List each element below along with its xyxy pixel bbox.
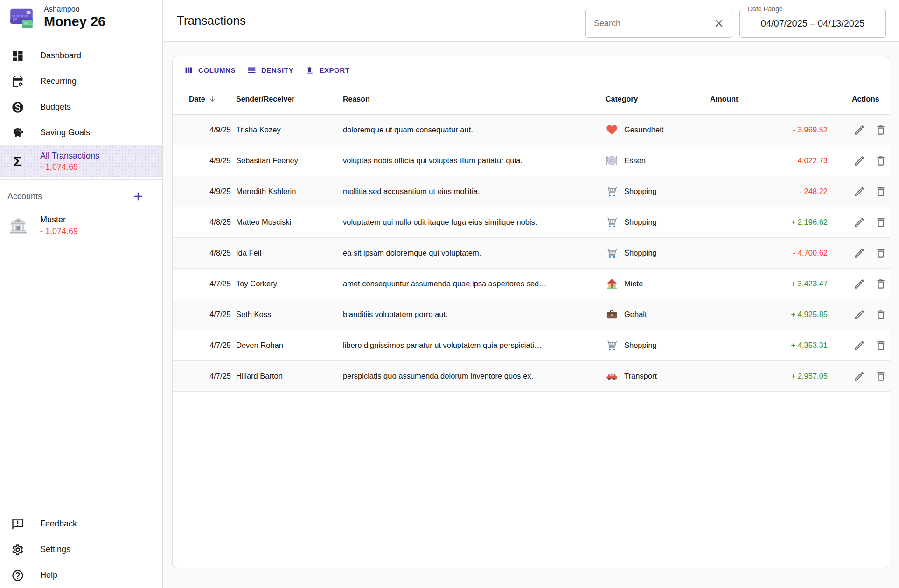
category-label: Shopping: [624, 187, 657, 196]
arrow-down-icon[interactable]: [208, 95, 217, 104]
product-name: Money 26: [44, 14, 105, 29]
add-account-button[interactable]: [132, 190, 145, 203]
cell-actions: [828, 307, 890, 322]
table-row[interactable]: 4/8/25Ida Feilea sit ipsam doloremque qu…: [173, 238, 890, 269]
accounts-title: Accounts: [7, 192, 42, 201]
sidebar-item-all-transactions[interactable]: Σ All Transactions - 1,074.69: [0, 145, 162, 177]
column-header-category[interactable]: Category: [606, 95, 710, 104]
delete-icon: [875, 370, 887, 382]
table-row[interactable]: 4/7/25Toy Corkeryamet consequuntur assum…: [173, 269, 890, 299]
delete-button[interactable]: [873, 215, 888, 230]
category-icon: [606, 154, 618, 167]
sigma-icon: Σ: [11, 153, 24, 169]
table-row[interactable]: 4/8/25Matteo Mosciskivoluptatem qui null…: [173, 207, 890, 238]
sidebar-nav: Dashboard Recurring Budgets Saving Goals…: [0, 43, 162, 180]
sidebar-item-dashboard[interactable]: Dashboard: [0, 43, 162, 69]
table-row[interactable]: 4/9/25Sebastian Feeneyvoluptas nobis off…: [173, 145, 890, 176]
sidebar-item-settings[interactable]: Settings: [0, 537, 162, 562]
cell-sender: Trisha Kozey: [231, 125, 343, 134]
table-row[interactable]: 4/7/25Hillard Bartonperspiciatis quo ass…: [173, 361, 890, 392]
cell-category: Essen: [606, 154, 710, 167]
category-icon: [606, 124, 618, 136]
delete-button[interactable]: [873, 123, 888, 138]
cell-sender: Toy Corkery: [231, 279, 343, 288]
cell-date: 4/9/25: [189, 187, 231, 196]
table-row[interactable]: 4/7/25Seth Kossblanditiis voluptatem por…: [173, 299, 890, 330]
sidebar-item-label: Help: [40, 570, 57, 580]
table-row[interactable]: 4/9/25Trisha Kozeydoloremque ut quam con…: [173, 115, 890, 145]
delete-icon: [875, 247, 887, 259]
cell-actions: [828, 369, 890, 384]
cell-date: 4/7/25: [189, 341, 231, 350]
sidebar-item-saving-goals[interactable]: Saving Goals: [0, 120, 162, 145]
category-icon: [606, 247, 618, 259]
edit-button[interactable]: [852, 246, 867, 261]
cell-date: 4/9/25: [189, 156, 231, 165]
edit-button[interactable]: [852, 215, 867, 230]
cell-date: 4/8/25: [189, 249, 231, 257]
sidebar-item-recurring[interactable]: Recurring: [0, 69, 162, 94]
export-button-label: EXPORT: [319, 66, 349, 74]
delete-icon: [875, 155, 887, 167]
cell-sender: Ida Feil: [231, 249, 343, 257]
column-header-reason[interactable]: Reason: [343, 95, 606, 104]
cell-category: Shopping: [606, 185, 710, 198]
edit-icon: [853, 216, 865, 228]
date-range-field[interactable]: Date Range 04/07/2025 – 04/13/2025: [739, 9, 886, 38]
delete-button[interactable]: [873, 369, 888, 384]
edit-button[interactable]: [852, 338, 867, 353]
column-header-sender[interactable]: Sender/Receiver: [231, 95, 343, 104]
delete-button[interactable]: [873, 307, 888, 322]
account-item-muster[interactable]: $ Muster - 1,074.69: [0, 207, 162, 242]
delete-button[interactable]: [873, 184, 888, 199]
cell-sender: Matteo Mosciski: [231, 218, 343, 227]
edit-button[interactable]: [852, 277, 867, 291]
all-transactions-balance: - 1,074.69: [40, 162, 99, 172]
close-icon[interactable]: [713, 17, 725, 29]
search-input[interactable]: [586, 19, 713, 28]
table-row[interactable]: 4/9/25Meredith Kshlerinmollitia sed accu…: [173, 176, 890, 207]
column-header-date[interactable]: Date: [189, 95, 231, 104]
cell-amount: + 2,957.05: [710, 372, 828, 380]
cell-amount: - 4,700.62: [710, 249, 828, 257]
account-name: Muster: [40, 215, 78, 225]
delete-button[interactable]: [873, 153, 888, 168]
cell-reason: libero dignissimos pariatur ut voluptate…: [343, 341, 606, 350]
category-label: Shopping: [624, 218, 657, 227]
table-row[interactable]: 4/7/25Deven Rohanlibero dignissimos pari…: [173, 330, 890, 361]
sidebar-item-feedback[interactable]: Feedback: [0, 511, 162, 537]
sidebar-item-label: Dashboard: [40, 51, 81, 61]
edit-button[interactable]: [852, 369, 867, 384]
delete-button[interactable]: [873, 277, 888, 291]
edit-button[interactable]: [852, 307, 867, 322]
edit-icon: [853, 155, 865, 167]
cell-reason: voluptas nobis officia qui voluptas illu…: [343, 156, 606, 165]
column-header-amount[interactable]: Amount: [710, 95, 828, 104]
sidebar-item-label: Saving Goals: [40, 128, 90, 138]
edit-button[interactable]: [852, 123, 867, 138]
sidebar-item-label: Settings: [40, 545, 70, 554]
delete-button[interactable]: [873, 246, 888, 261]
cell-sender: Sebastian Feeney: [231, 156, 343, 165]
delete-button[interactable]: [873, 338, 888, 353]
all-transactions-label: All Transactions: [40, 151, 99, 161]
cell-actions: [828, 123, 890, 138]
sidebar-footer: Feedback Settings Help: [0, 510, 162, 588]
cell-sender: Deven Rohan: [231, 341, 343, 350]
columns-button[interactable]: COLUMNS: [178, 62, 241, 79]
cell-date: 4/7/25: [189, 279, 231, 288]
budgets-icon: [11, 101, 24, 114]
edit-button[interactable]: [852, 184, 867, 199]
edit-icon: [853, 309, 865, 321]
cell-amount: + 3,423.47: [710, 279, 828, 288]
export-button[interactable]: EXPORT: [299, 62, 355, 79]
cell-category: Gehalt: [606, 308, 710, 321]
cell-date: 4/8/25: [189, 218, 231, 227]
edit-icon: [853, 186, 865, 198]
sidebar-item-budgets[interactable]: Budgets: [0, 94, 162, 120]
density-button[interactable]: DENSITY: [241, 62, 299, 79]
edit-button[interactable]: [852, 153, 867, 168]
sidebar-item-help[interactable]: Help: [0, 562, 162, 588]
category-icon: [606, 277, 618, 290]
svg-text:$: $: [18, 220, 19, 222]
